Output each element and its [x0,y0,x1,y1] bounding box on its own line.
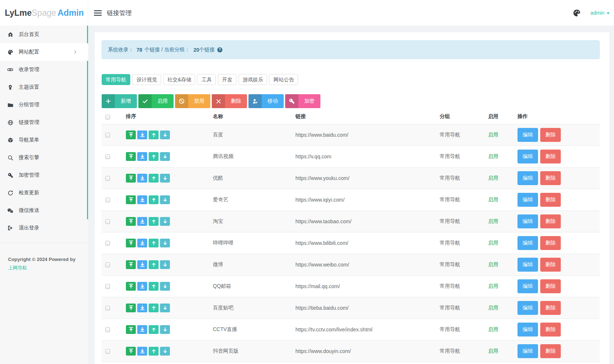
move-up-button[interactable] [149,217,159,226]
sidebar-item[interactable]: 后台首页 [0,26,88,43]
row-checkbox[interactable] [105,133,110,137]
edit-button[interactable]: 编辑 [517,344,538,358]
row-checkbox[interactable] [105,349,110,354]
move-top-button[interactable] [126,195,136,204]
move-top-button[interactable] [126,152,136,161]
move-down-button[interactable] [160,347,170,356]
delete-row-button[interactable]: 删除 [540,193,561,207]
move-bottom-button[interactable] [137,304,147,312]
delete-button[interactable]: 删除 [212,94,247,108]
move-down-button[interactable] [160,239,170,247]
encrypt-button[interactable]: 加密 [285,94,320,108]
delete-row-button[interactable]: 删除 [540,344,561,358]
delete-row-button[interactable]: 删除 [540,150,561,163]
move-top-button[interactable] [126,239,136,247]
move-up-button[interactable] [149,174,159,183]
move-up-button[interactable] [149,239,159,247]
question-circle-icon[interactable]: ? [217,47,222,52]
group-tab[interactable]: 工具 [197,74,216,85]
edit-button[interactable]: 编辑 [517,279,538,293]
delete-row-button[interactable]: 删除 [540,128,561,142]
move-bottom-button[interactable] [137,325,147,334]
copyright-link[interactable]: 上网导航 [8,265,27,271]
move-bottom-button[interactable] [137,130,147,139]
move-bottom-button[interactable] [137,239,147,247]
delete-row-button[interactable]: 删除 [540,258,561,272]
hamburger-icon[interactable] [94,10,102,16]
delete-row-button[interactable]: 删除 [540,279,561,293]
group-tab[interactable]: 社交&存储 [163,74,195,85]
edit-button[interactable]: 编辑 [517,193,538,207]
user-menu[interactable]: admin [591,10,610,16]
sidebar-item[interactable]: 链接管理 [0,114,88,131]
group-tab[interactable]: 设计视觉 [132,74,161,85]
sidebar-item[interactable]: 收录管理 [0,61,88,78]
move-top-button[interactable] [126,282,136,291]
move-bottom-button[interactable] [137,260,147,269]
row-checkbox[interactable] [105,154,110,159]
edit-button[interactable]: 编辑 [517,214,538,228]
select-all-checkbox[interactable] [105,115,110,120]
disable-button[interactable]: 禁用 [175,94,210,108]
move-button[interactable]: 移动 [248,94,284,108]
move-down-button[interactable] [160,282,170,291]
move-down-button[interactable] [160,130,170,139]
delete-row-button[interactable]: 删除 [540,301,561,315]
edit-button[interactable]: 编辑 [517,150,538,163]
move-top-button[interactable] [126,174,136,183]
edit-button[interactable]: 编辑 [517,236,538,250]
sidebar-item[interactable]: 主题设置 [0,78,88,96]
move-up-button[interactable] [149,282,159,291]
delete-row-button[interactable]: 删除 [540,323,561,337]
move-down-button[interactable] [160,217,170,226]
group-tab[interactable]: 常用导航 [102,74,130,85]
move-top-button[interactable] [126,347,136,356]
sidebar-item[interactable]: 微信推送 [0,202,88,219]
group-tab[interactable]: 开发 [218,74,236,85]
move-bottom-button[interactable] [137,174,147,183]
move-top-button[interactable] [126,130,136,139]
row-checkbox[interactable] [105,198,110,202]
sidebar-item[interactable]: 搜索引擎 [0,149,88,166]
edit-button[interactable]: 编辑 [517,171,538,185]
edit-button[interactable]: 编辑 [517,258,538,272]
move-down-button[interactable] [160,152,170,161]
row-checkbox[interactable] [105,262,110,267]
move-bottom-button[interactable] [137,217,147,226]
move-down-button[interactable] [160,195,170,204]
move-top-button[interactable] [126,260,136,269]
sidebar-item[interactable]: 加密管理 [0,166,88,184]
move-up-button[interactable] [149,195,159,204]
move-down-button[interactable] [160,174,170,183]
row-checkbox[interactable] [105,306,110,310]
move-top-button[interactable] [126,217,136,226]
sidebar-item[interactable]: 分组管理 [0,96,88,114]
move-bottom-button[interactable] [137,347,147,356]
move-bottom-button[interactable] [137,152,147,161]
move-down-button[interactable] [160,260,170,269]
row-checkbox[interactable] [105,327,110,332]
move-up-button[interactable] [149,325,159,334]
move-top-button[interactable] [126,325,136,334]
row-checkbox[interactable] [105,176,110,181]
move-down-button[interactable] [160,325,170,334]
palette-icon[interactable] [573,9,581,17]
move-up-button[interactable] [149,347,159,356]
move-up-button[interactable] [149,130,159,139]
move-down-button[interactable] [160,304,170,312]
move-up-button[interactable] [149,304,159,312]
edit-button[interactable]: 编辑 [517,301,538,315]
delete-row-button[interactable]: 删除 [540,171,561,185]
sidebar-item[interactable]: 检查更新 [0,184,88,202]
row-checkbox[interactable] [105,284,110,289]
sidebar-item[interactable]: 导航菜单 [0,131,88,149]
sidebar-item-logout[interactable]: 退出登录 [0,219,88,237]
move-bottom-button[interactable] [137,282,147,291]
enable-button[interactable]: 启用 [138,94,174,108]
group-tab[interactable]: 游戏娱乐 [239,74,267,85]
group-tab[interactable]: 网站公告 [269,74,298,85]
edit-button[interactable]: 编辑 [517,128,538,142]
delete-row-button[interactable]: 删除 [540,236,561,250]
add-button[interactable]: 新增 [102,94,137,108]
row-checkbox[interactable] [105,241,110,246]
